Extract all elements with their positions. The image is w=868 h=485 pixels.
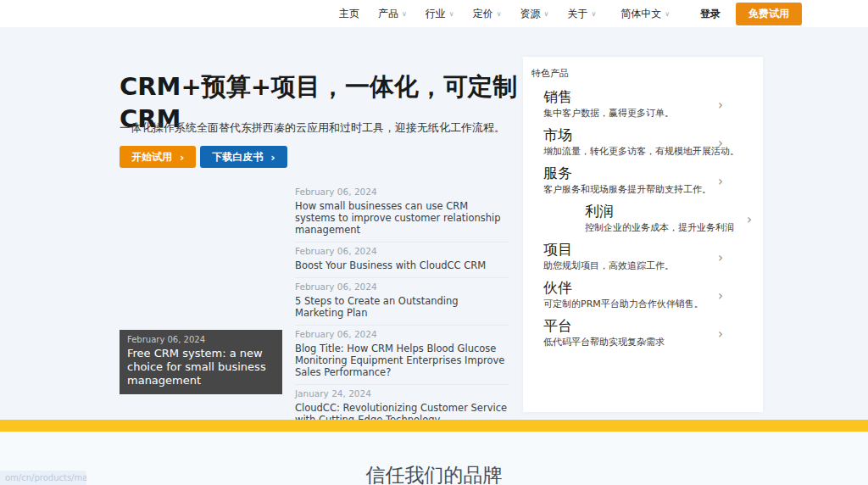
news-item[interactable]: February 06, 2024 5 Steps to Create an O… bbox=[295, 278, 509, 326]
sidebar-item-sales[interactable]: 销售 集中客户数据，赢得更多订单。 › bbox=[531, 88, 754, 126]
language-selector[interactable]: 简体中文 ∨ bbox=[620, 7, 670, 21]
featured-products-heading: 特色产品 bbox=[531, 67, 754, 80]
free-trial-button[interactable]: 免费试用 bbox=[736, 3, 802, 25]
news-title[interactable]: 5 Steps to Create an Outstanding Marketi… bbox=[295, 295, 509, 319]
language-label: 简体中文 bbox=[620, 7, 661, 21]
news-date: February 06, 2024 bbox=[295, 246, 509, 256]
carousel-caption-title: Free CRM system: a new choice for small … bbox=[127, 347, 275, 387]
nav-item-home[interactable]: 主页 bbox=[339, 7, 359, 21]
top-nav: 主页 产品 ∨ 行业 ∨ 定价 ∨ 资源 ∨ 关于 ∨ bbox=[0, 0, 868, 27]
news-date: February 06, 2024 bbox=[295, 282, 509, 292]
caret-down-icon: ∨ bbox=[497, 11, 502, 18]
chevron-right-icon: › bbox=[718, 137, 723, 150]
caret-down-icon: ∨ bbox=[544, 11, 549, 18]
nav-item-label: 关于 bbox=[567, 7, 587, 21]
caret-down-icon: ∨ bbox=[665, 11, 670, 18]
hero-title-line1: CRM+预算+项目，一体化，可定制 bbox=[120, 72, 517, 101]
login-link[interactable]: 登录 bbox=[700, 7, 721, 21]
nav-item-label: 产品 bbox=[378, 7, 398, 21]
nav-item-pricing[interactable]: 定价 ∨ bbox=[473, 7, 502, 21]
chevron-right-icon: › bbox=[718, 290, 723, 303]
sidebar-item-platform[interactable]: 平台 低代码平台帮助实现复杂需求 › bbox=[531, 317, 754, 355]
news-date: January 24, 2024 bbox=[295, 388, 509, 399]
page: 主页 产品 ∨ 行业 ∨ 定价 ∨ 资源 ∨ 关于 ∨ bbox=[0, 0, 868, 485]
download-whitepaper-button[interactable]: 下载白皮书 › bbox=[200, 146, 287, 168]
download-whitepaper-label: 下载白皮书 bbox=[212, 150, 263, 164]
sidebar-item-desc: 控制企业的业务成本，提升业务利润 bbox=[585, 221, 754, 234]
caret-down-icon: ∨ bbox=[402, 11, 407, 18]
sidebar-item-service[interactable]: 服务 客户服务和现场服务提升帮助支持工作。 › bbox=[531, 164, 754, 203]
sidebar-item-profit[interactable]: 利润 控制企业的业务成本，提升业务利润 › bbox=[531, 203, 754, 241]
nav-item-label: 资源 bbox=[520, 7, 541, 21]
caret-down-icon: ∨ bbox=[449, 11, 454, 18]
news-item[interactable]: February 06, 2024 Blog Title: How CRM He… bbox=[295, 326, 509, 385]
yellow-divider-bar bbox=[0, 420, 868, 432]
hero-subtitle: 一体化操作系统全面替代东拼西凑的云应用和过时工具，迎接无纸化工作流程。 bbox=[120, 120, 505, 136]
nav-item-products[interactable]: 产品 ∨ bbox=[378, 7, 407, 21]
news-item[interactable]: February 06, 2024 How small businesses c… bbox=[295, 183, 509, 242]
nav-item-label: 行业 bbox=[426, 7, 446, 21]
start-trial-label: 开始试用 bbox=[131, 150, 172, 164]
nav-menu: 主页 产品 ∨ 行业 ∨ 定价 ∨ 资源 ∨ 关于 ∨ bbox=[339, 7, 596, 21]
hero-buttons: 开始试用 › 下载白皮书 › bbox=[120, 146, 287, 168]
nav-item-label: 定价 bbox=[473, 7, 493, 21]
brands-section: 信任我们的品牌 bbox=[0, 432, 868, 485]
carousel-caption-card[interactable]: February 06, 2024 Free CRM system: a new… bbox=[120, 330, 282, 394]
sidebar-item-title: 利润 bbox=[585, 203, 754, 220]
chevron-right-icon: › bbox=[718, 99, 723, 112]
start-trial-button[interactable]: 开始试用 › bbox=[120, 146, 196, 168]
chevron-right-icon: › bbox=[718, 176, 723, 188]
news-title[interactable]: Blog Title: How CRM Helps Blood Glucose … bbox=[295, 343, 509, 378]
news-date: February 06, 2024 bbox=[295, 187, 509, 197]
sidebar-item-marketing[interactable]: 市场 增加流量，转化更多访客，有规模地开展活动。 › bbox=[531, 126, 754, 164]
chevron-right-icon: › bbox=[747, 214, 752, 226]
caret-down-icon: ∨ bbox=[591, 11, 596, 18]
chevron-right-icon: › bbox=[718, 252, 723, 265]
carousel-caption-date: February 06, 2024 bbox=[127, 335, 275, 344]
featured-products-card: 特色产品 销售 集中客户数据，赢得更多订单。 › 市场 增加流量，转化更多访客，… bbox=[523, 57, 763, 412]
nav-item-about[interactable]: 关于 ∨ bbox=[567, 7, 596, 21]
nav-item-industries[interactable]: 行业 ∨ bbox=[426, 7, 454, 21]
news-title[interactable]: Boost Your Business with CloudCC CRM bbox=[295, 259, 509, 271]
sidebar-item-partners[interactable]: 伙伴 可定制的PRM平台助力合作伙伴销售。 › bbox=[531, 279, 754, 317]
news-date: February 06, 2024 bbox=[295, 329, 509, 339]
news-item[interactable]: February 06, 2024 Boost Your Business wi… bbox=[295, 242, 509, 278]
nav-item-resources[interactable]: 资源 ∨ bbox=[520, 7, 549, 21]
chevron-right-icon: › bbox=[718, 328, 723, 341]
news-list: February 06, 2024 How small businesses c… bbox=[295, 183, 509, 449]
status-bar-url: om/cn/products/marketing bbox=[0, 471, 86, 485]
chevron-right-icon: › bbox=[270, 151, 275, 164]
nav-right: 简体中文 ∨ 登录 免费试用 bbox=[620, 3, 802, 25]
nav-item-label: 主页 bbox=[339, 7, 359, 21]
news-title[interactable]: How small businesses can use CRM systems… bbox=[295, 200, 509, 236]
brands-heading: 信任我们的品牌 bbox=[0, 432, 868, 485]
chevron-right-icon: › bbox=[180, 151, 184, 164]
sidebar-item-projects[interactable]: 项目 助您规划项目，高效追踪工作。 › bbox=[531, 241, 754, 279]
